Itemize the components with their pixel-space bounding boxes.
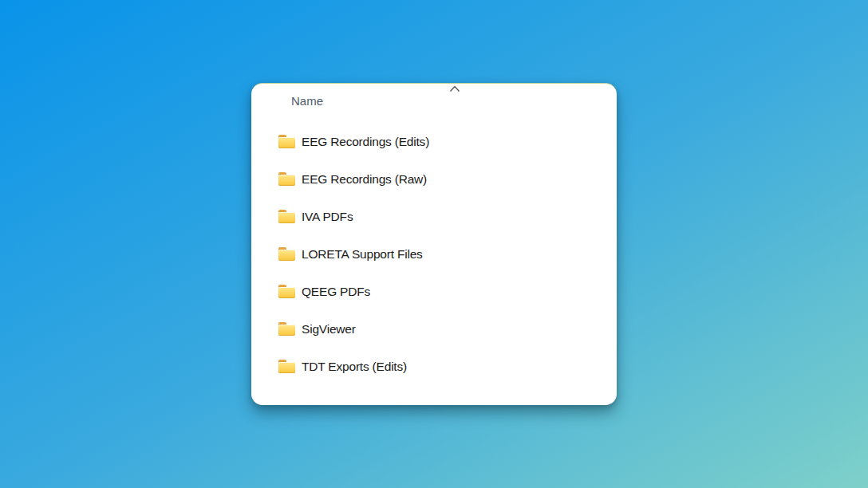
folder-name: IVA PDFs: [302, 210, 353, 224]
folder-item[interactable]: LORETA Support Files: [278, 235, 607, 273]
folder-item[interactable]: SigViewer: [278, 310, 607, 348]
folder-icon: [278, 210, 295, 223]
folder-name: EEG Recordings (Raw): [302, 172, 427, 187]
folder-icon: [278, 172, 295, 186]
file-list-panel: Name EEG Recordings (Edits) EEG Recordin…: [251, 83, 617, 405]
desktop-background: { "desktop": { "background_gradient_top_…: [0, 0, 868, 488]
folder-name: TDT Exports (Edits): [302, 360, 407, 374]
sort-ascending-chevron-icon[interactable]: [448, 85, 461, 93]
folder-icon: [278, 247, 295, 261]
folder-name: LORETA Support Files: [302, 247, 423, 262]
folder-icon: [278, 285, 295, 298]
column-header-name[interactable]: Name: [291, 94, 323, 108]
folder-item[interactable]: EEG Recordings (Edits): [278, 123, 607, 160]
folder-item[interactable]: TDT Exports (Edits): [278, 348, 607, 385]
folder-item[interactable]: EEG Recordings (Raw): [278, 160, 607, 198]
folder-name: SigViewer: [302, 322, 356, 336]
folder-item[interactable]: IVA PDFs: [278, 198, 607, 235]
folder-icon: [278, 135, 295, 148]
folder-icon: [278, 360, 295, 373]
folder-name: EEG Recordings (Edits): [302, 135, 429, 149]
folder-icon: [278, 322, 295, 336]
folder-name: QEEG PDFs: [302, 285, 370, 299]
folder-list: EEG Recordings (Edits) EEG Recordings (R…: [278, 123, 607, 385]
folder-item[interactable]: QEEG PDFs: [278, 273, 607, 310]
